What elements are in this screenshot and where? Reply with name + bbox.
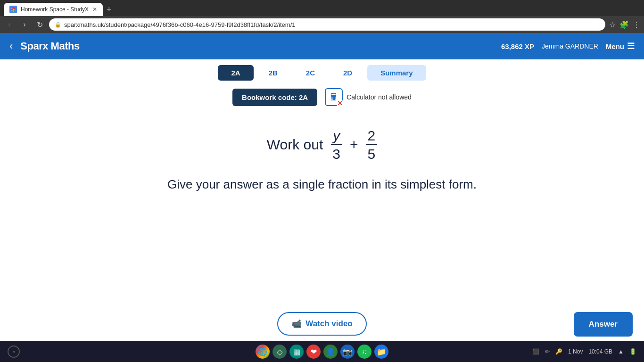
watch-video-label: Watch video [305, 319, 353, 329]
back-nav-button[interactable]: ‹ [9, 40, 13, 52]
hamburger-icon: ☰ [627, 41, 635, 51]
app-logo: Sparx Maths [20, 40, 501, 52]
tab-title: Homework Space - StudyX [21, 6, 89, 13]
fraction-2: 2 5 [366, 128, 378, 162]
xp-display: 63,862 XP [501, 42, 534, 50]
tab-close-button[interactable]: ✕ [92, 6, 97, 13]
tab-2b[interactable]: 2B [256, 65, 291, 81]
taskbar-right: ⬛ ✏ 🔑 1 Nov 10:04 GB ▲ 🔋 [532, 348, 636, 355]
tab-2a[interactable]: 2A [218, 65, 253, 81]
menu-label: Menu [606, 42, 624, 50]
taskbar: ○ 🌐 ◇ ▦ ❤ 👤 📷 ♫ 📁 ⬛ ✏ 🔑 1 Nov 10:04 GB ▲… [0, 341, 644, 362]
calculator-icon: 🖩 ✕ [325, 88, 343, 106]
taskbar-left: ○ [8, 346, 20, 358]
terminal-app-icon[interactable]: ◇ [272, 345, 287, 359]
fraction-1-denominator: 3 [330, 145, 342, 162]
browser-tab-strip: 📚 Homework Space - StudyX ✕ + [0, 0, 644, 16]
bookwork-badge: Bookwork code: 2A [232, 89, 317, 106]
taskbar-circle: ○ [8, 346, 20, 358]
menu-button[interactable]: Menu ☰ [606, 41, 635, 51]
fraction-1-numerator: y [331, 128, 342, 145]
tab-summary[interactable]: Summary [367, 65, 426, 81]
screenshot-icon: ⬛ [532, 348, 539, 355]
bottom-bar: 📹 Watch video [0, 306, 644, 341]
lock-icon: 🔒 [55, 22, 61, 28]
plus-operator: + [350, 137, 358, 153]
active-tab[interactable]: 📚 Homework Space - StudyX ✕ [4, 3, 103, 16]
pen-icon: ✏ [545, 348, 550, 355]
camera-app-icon[interactable]: 📷 [340, 345, 355, 359]
address-bar: ‹ › ↻ 🔒 sparxmaths.uk/student/package/49… [0, 16, 644, 33]
extension-icon[interactable]: 🧩 [619, 20, 629, 29]
reload-button[interactable]: ↻ [34, 20, 45, 29]
bookwork-row: Bookwork code: 2A 🖩 ✕ Calculator not all… [0, 88, 644, 106]
fraction-1: y 3 [330, 128, 342, 162]
video-camera-icon: 📹 [291, 319, 302, 329]
address-bar-icons: ☆ 🧩 ⋮ [609, 20, 640, 29]
forward-button[interactable]: › [19, 20, 30, 29]
meet-app-icon[interactable]: ▦ [289, 345, 304, 359]
instruction-text: Give your answer as a single fraction in… [167, 176, 477, 193]
spotify-app-icon[interactable]: ♫ [357, 345, 372, 359]
system-tray-icon: 🔑 [555, 348, 562, 355]
header-right: 63,862 XP Jemma GARDNER Menu ☰ [501, 41, 635, 51]
fraction-2-denominator: 5 [366, 145, 378, 162]
calculator-label: Calculator not allowed [347, 93, 412, 101]
url-text: sparxmaths.uk/student/package/4976f36b-c… [64, 21, 295, 28]
chrome-app-icon[interactable]: 🌐 [256, 345, 270, 359]
taskbar-apps: 🌐 ◇ ▦ ❤ 👤 📷 ♫ 📁 [256, 345, 388, 359]
user-name: Jemma GARDNER [542, 42, 598, 50]
battery-icon: 🔋 [629, 348, 636, 355]
taskbar-time: 10:04 GB [588, 348, 612, 355]
tab-2c[interactable]: 2C [293, 65, 328, 81]
back-button[interactable]: ‹ [4, 20, 15, 29]
tab-favicon: 📚 [9, 6, 17, 13]
question-prefix: Work out [267, 137, 323, 153]
taskbar-date: 1 Nov [568, 348, 583, 355]
wifi-icon: ▲ [618, 348, 624, 355]
task-tabs: 2A 2B 2C 2D Summary [0, 59, 644, 84]
watch-video-button[interactable]: 📹 Watch video [277, 312, 367, 336]
main-content: Work out y 3 + 2 5 Give your answer as a… [0, 114, 644, 212]
classroom-app-icon[interactable]: 👤 [323, 345, 338, 359]
calculator-indicator: 🖩 ✕ Calculator not allowed [325, 88, 412, 106]
new-tab-button[interactable]: + [103, 3, 116, 16]
fraction-2-numerator: 2 [366, 128, 378, 145]
bookmark-icon[interactable]: ☆ [609, 20, 616, 29]
red-app-icon[interactable]: ❤ [306, 345, 321, 359]
calculator-cross-icon: ✕ [336, 99, 344, 107]
more-icon[interactable]: ⋮ [633, 20, 640, 29]
app-header: ‹ Sparx Maths 63,862 XP Jemma GARDNER Me… [0, 33, 644, 59]
tab-2d[interactable]: 2D [330, 65, 365, 81]
answer-button[interactable]: Answer [574, 312, 633, 337]
files-app-icon[interactable]: 📁 [374, 345, 388, 359]
question-display: Work out y 3 + 2 5 [267, 128, 377, 162]
url-input[interactable]: 🔒 sparxmaths.uk/student/package/4976f36b… [49, 18, 605, 31]
